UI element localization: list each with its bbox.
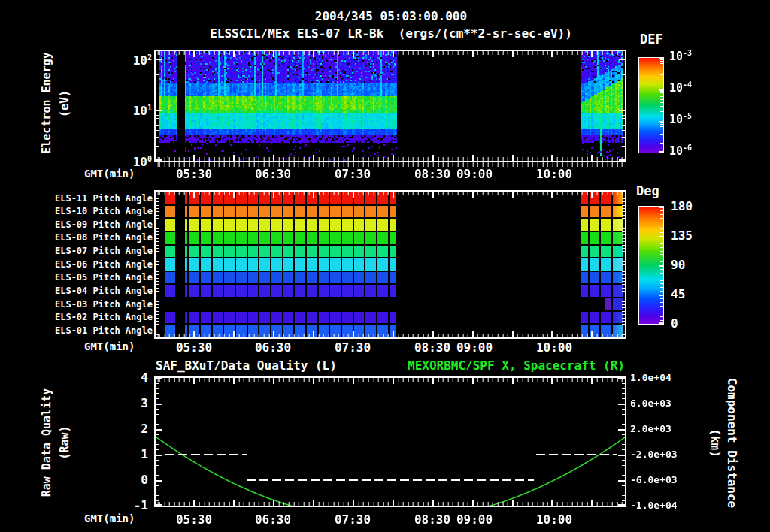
- colorbar-minor-tick: [660, 106, 663, 107]
- x-tick-label: 05:30: [168, 340, 220, 355]
- pitch-row-label: ELS-07 Pitch Angle: [30, 246, 153, 256]
- y-minor-tick: [622, 393, 626, 394]
- distance-y-tick-label: 1.0e+04: [630, 372, 671, 383]
- y-minor-tick: [622, 434, 626, 435]
- quality-y-tick-label: 0: [118, 473, 148, 487]
- y-minor-tick: [622, 419, 626, 419]
- x-major-tick: [193, 192, 195, 198]
- pitch-row-label: ELS-10 Pitch Angle: [30, 206, 153, 216]
- y-minor-tick: [622, 80, 625, 80]
- colorbar-minor-tick: [660, 80, 663, 80]
- x-tick-label: 06:30: [247, 167, 299, 181]
- y-minor-tick: [156, 95, 159, 95]
- colorbar-minor-tick: [660, 283, 663, 284]
- pitch-row-label: ELS-08 Pitch Angle: [30, 232, 153, 243]
- x-tick-label: 05:30: [168, 167, 220, 181]
- x-major-tick: [512, 192, 514, 198]
- y-minor-tick: [622, 491, 626, 491]
- y-minor-tick: [622, 125, 625, 126]
- colorbar-minor-tick: [660, 63, 663, 64]
- x-major-tick: [233, 378, 235, 384]
- y-minor-tick: [156, 146, 159, 147]
- x-tick-label: 05:30: [168, 512, 220, 527]
- x-major-tick: [393, 51, 394, 57]
- colorbar-minor-tick: [660, 261, 663, 262]
- colorbar-minor-tick: [660, 210, 663, 211]
- x-major-tick: [591, 331, 593, 337]
- y-major-tick: [156, 59, 162, 60]
- colorbar-minor-tick: [660, 68, 663, 68]
- colorbar-minor-tick: [660, 236, 663, 237]
- y-minor-tick: [622, 118, 625, 119]
- colorbar-minor-tick: [660, 71, 663, 71]
- colorbar-minor-tick: [660, 240, 663, 240]
- colorbar-minor-tick: [660, 214, 663, 215]
- top-y-axis-label: Electron Energy: [40, 50, 53, 156]
- colorbar-minor-tick: [660, 287, 663, 288]
- x-major-tick: [512, 51, 514, 57]
- colorbar-minor-tick: [660, 228, 663, 229]
- x-major-tick: [193, 155, 195, 161]
- distance-y-tick-label: 2.0e+03: [630, 423, 671, 434]
- y-minor-tick: [156, 449, 159, 450]
- x-major-tick: [313, 192, 314, 198]
- x-tick-label: 06:30: [247, 340, 299, 355]
- distance-y-tick-label: -1.0e+04: [630, 500, 678, 511]
- x-major-tick: [233, 155, 235, 161]
- deg-colorbar: [638, 206, 664, 325]
- x-major-tick: [393, 192, 394, 198]
- x-major-tick: [353, 331, 354, 337]
- x-major-tick: [233, 192, 235, 198]
- pitch-row-label: ELS-06 Pitch Angle: [30, 259, 153, 270]
- top-panel-ticks: [156, 51, 625, 161]
- quality-y-tick-label: 3: [118, 396, 148, 410]
- colorbar-minor-tick: [660, 96, 663, 97]
- x-major-tick: [393, 378, 394, 384]
- x-major-tick: [472, 192, 474, 198]
- x-major-tick: [512, 331, 514, 337]
- y-minor-tick: [622, 113, 625, 113]
- colorbar-minor-tick: [660, 277, 663, 277]
- y-major-tick: [618, 504, 625, 506]
- x-tick-label: 06:30: [247, 512, 299, 527]
- x-major-tick: [313, 331, 314, 337]
- x-tick-label: 09:00: [449, 340, 500, 355]
- x-major-tick: [432, 331, 434, 337]
- x-major-tick: [432, 500, 434, 506]
- y-minor-tick: [156, 118, 159, 119]
- y-minor-tick: [156, 383, 159, 384]
- y-minor-tick: [622, 383, 626, 384]
- electron-energy-spectrogram-panel: [154, 50, 626, 162]
- y-minor-tick: [622, 130, 625, 131]
- x-major-tick: [233, 500, 235, 506]
- x-major-tick: [353, 51, 354, 57]
- x-tick-label: 07:30: [327, 167, 378, 181]
- x-major-tick: [233, 331, 235, 337]
- x-major-tick: [353, 155, 354, 161]
- y-minor-tick: [156, 398, 159, 399]
- x-major-tick: [313, 500, 314, 506]
- colorbar-minor-tick: [660, 310, 663, 310]
- title-date: 2004/345 05:03:00.000: [83, 9, 699, 23]
- x-tick-label: 10:00: [529, 512, 580, 527]
- colorbar-minor-tick: [660, 313, 663, 313]
- y-minor-tick: [622, 485, 626, 486]
- y-minor-tick: [156, 404, 159, 404]
- y-minor-tick: [622, 409, 626, 410]
- colorbar-major-tick: [659, 151, 663, 153]
- colorbar-minor-tick: [660, 131, 663, 131]
- y-major-tick: [156, 504, 162, 506]
- y-major-tick: [619, 59, 625, 60]
- x-major-tick: [193, 51, 195, 57]
- x-major-tick: [273, 378, 274, 384]
- colorbar-minor-tick: [660, 218, 663, 219]
- x-major-tick: [313, 378, 314, 384]
- y-minor-tick: [156, 80, 159, 80]
- quality-y-tick-label: -1: [118, 498, 148, 512]
- colorbar-minor-tick: [660, 91, 663, 92]
- x-tick-label: 09:00: [449, 167, 500, 181]
- y-minor-tick: [156, 62, 159, 62]
- y-minor-tick: [622, 404, 626, 404]
- quality-title-right: MEXORBMC/SPF X, Spacecraft (R): [324, 358, 625, 373]
- x-major-tick: [551, 192, 553, 198]
